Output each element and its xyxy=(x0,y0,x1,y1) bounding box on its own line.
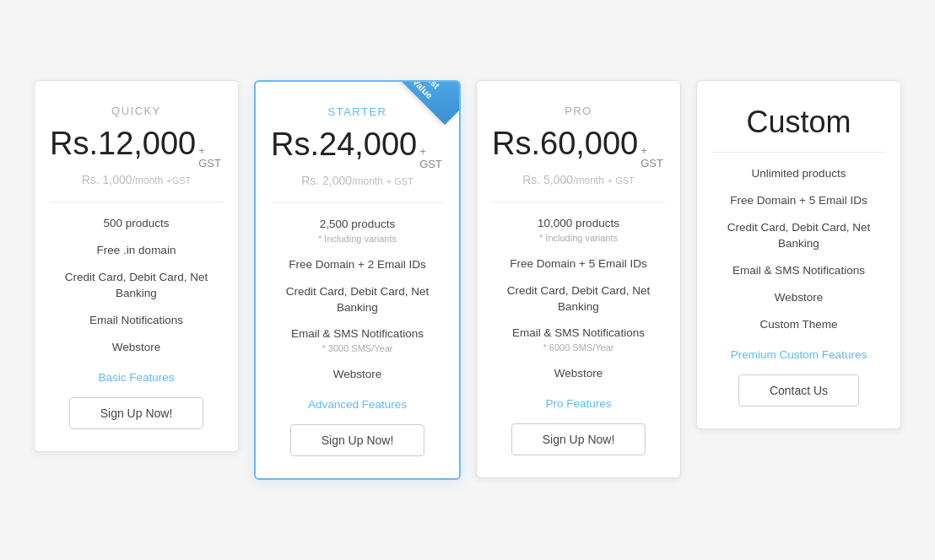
plan-card-quicky: QUICKYRs.12,000+ GSTRs. 1,000/month +GST… xyxy=(34,80,239,451)
price-gst: + GST xyxy=(640,144,665,170)
plan-divider-quicky xyxy=(50,202,223,202)
price-gst: + GST xyxy=(419,145,444,170)
feature-list-starter: 2,500 products* Including variantsFree D… xyxy=(271,217,444,382)
feature-list-pro: 10,000 products* Including variantsFree … xyxy=(492,216,665,381)
price-gst: + GST xyxy=(198,144,223,170)
pricing-container: QUICKYRs.12,000+ GSTRs. 1,000/month +GST… xyxy=(17,63,918,496)
plan-name-starter: STARTER xyxy=(328,105,387,118)
feature-item-starter-2: Credit Card, Debit Card, Net Banking xyxy=(271,284,444,316)
plan-name-quicky: QUICKY xyxy=(111,105,161,117)
feature-link-quicky[interactable]: Basic Features xyxy=(98,371,174,384)
plan-price-sub-starter: Rs. 2,000/month + GST xyxy=(301,174,413,187)
plan-price-sub-quicky: Rs. 1,000/month +GST xyxy=(82,173,192,186)
plan-card-pro: PRORs.60,000+ GSTRs. 5,000/month + GST10… xyxy=(476,80,681,477)
plan-price-pro: Rs.60,000+ GST xyxy=(492,126,665,170)
feature-link-custom[interactable]: Premium Custom Features xyxy=(731,348,867,361)
feature-list-quicky: 500 productsFree .in domainCredit Card, … xyxy=(50,216,223,355)
feature-item-quicky-4: Webstore xyxy=(112,340,161,356)
feature-item-starter-1: Free Domain + 2 Email IDs xyxy=(289,257,425,273)
feature-item-custom-2: Credit Card, Debit Card, Net Banking xyxy=(712,220,885,252)
feature-item-pro-1: Free Domain + 5 Email IDs xyxy=(510,256,646,272)
signup-button-pro[interactable]: Sign Up Now! xyxy=(511,423,646,455)
feature-item-custom-5: Custom Theme xyxy=(759,317,837,333)
feature-item-starter-0: 2,500 products* Including variants xyxy=(318,217,397,245)
feature-item-quicky-2: Credit Card, Debit Card, Net Banking xyxy=(50,270,223,302)
feature-item-custom-0: Unlimited products xyxy=(752,166,846,182)
feature-list-custom: Unlimited productsFree Domain + 5 Email … xyxy=(712,166,885,332)
plan-divider-pro xyxy=(492,202,665,202)
contact-us-button[interactable]: Contact Us xyxy=(738,374,859,407)
best-value-ribbon: Best Value xyxy=(397,80,461,125)
plan-price-sub-pro: Rs. 5,000/month + GST xyxy=(522,173,635,186)
feature-item-quicky-3: Email Notifications xyxy=(89,313,183,329)
feature-item-custom-3: Email & SMS Notifications xyxy=(732,263,865,279)
price-amount: Rs.60,000 xyxy=(492,126,638,162)
plan-card-starter: Best ValueSTARTERRs.24,000+ GSTRs. 2,000… xyxy=(254,80,461,479)
feature-item-starter-4: Webstore xyxy=(333,367,382,383)
feature-item-quicky-0: 500 products xyxy=(103,216,169,232)
feature-item-pro-2: Credit Card, Debit Card, Net Banking xyxy=(492,283,665,315)
plan-price-starter: Rs.24,000+ GST xyxy=(271,127,444,170)
signup-button-starter[interactable]: Sign Up Now! xyxy=(290,424,425,456)
plan-divider-custom xyxy=(712,152,885,153)
feature-item-pro-3: Email & SMS Notifications* 6000 SMS/Year xyxy=(512,326,645,354)
signup-button-quicky[interactable]: Sign Up Now! xyxy=(69,397,204,429)
plan-card-custom: CustomUnlimited productsFree Domain + 5 … xyxy=(696,80,901,428)
feature-item-custom-4: Webstore xyxy=(775,290,824,306)
feature-item-custom-1: Free Domain + 5 Email IDs xyxy=(730,193,867,209)
feature-link-starter[interactable]: Advanced Features xyxy=(308,398,407,411)
plan-name-custom: Custom xyxy=(746,105,851,140)
feature-item-pro-4: Webstore xyxy=(554,366,603,382)
feature-item-starter-3: Email & SMS Notifications* 3000 SMS/Year xyxy=(291,326,424,355)
price-amount: Rs.24,000 xyxy=(271,127,417,163)
price-amount: Rs.12,000 xyxy=(50,126,196,162)
plan-name-pro: PRO xyxy=(565,105,592,117)
feature-item-quicky-1: Free .in domain xyxy=(97,243,176,259)
feature-item-pro-0: 10,000 products* Including variants xyxy=(538,216,619,245)
plan-divider-starter xyxy=(271,202,444,203)
plan-price-quicky: Rs.12,000+ GST xyxy=(50,126,223,170)
feature-link-pro[interactable]: Pro Features xyxy=(545,397,611,410)
